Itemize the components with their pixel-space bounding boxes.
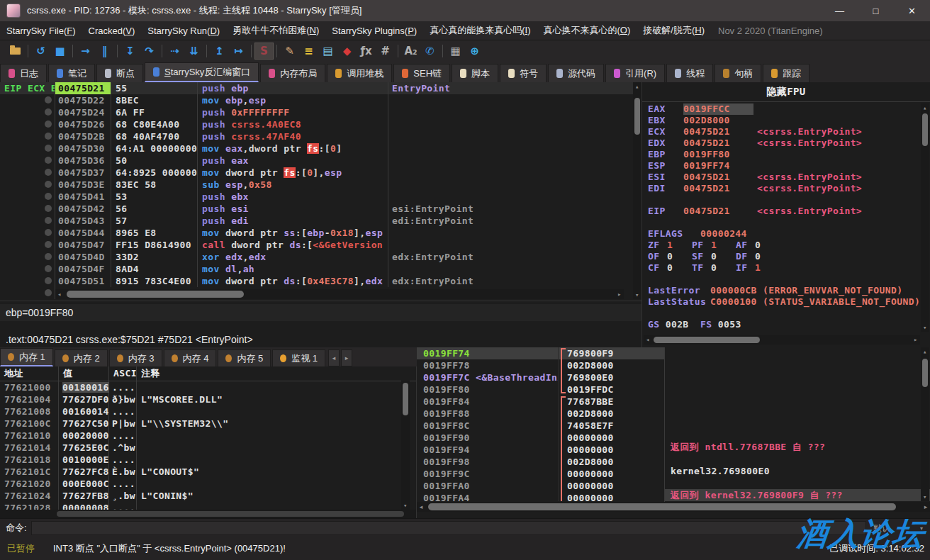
- register-value[interactable]: 00475D21: [683, 138, 757, 149]
- disasm-instruction[interactable]: call dword ptr ds:[<&GetVersion: [198, 239, 388, 251]
- memory-row[interactable]: 7762100C77627C50P|bwL"\\SYSTEM32\\": [0, 418, 416, 430]
- flag-value[interactable]: 0: [755, 251, 780, 262]
- preferences-globe-icon[interactable]: ⊕: [465, 43, 484, 60]
- scroll-left-icon[interactable]: ◂: [417, 503, 425, 511]
- register-value[interactable]: 0019FF80: [683, 149, 757, 160]
- memory-value[interactable]: 00180016: [59, 381, 109, 393]
- tab-跟踪[interactable]: 跟踪: [763, 64, 809, 82]
- tab-StarrySky反汇编窗口[interactable]: StarrySky反汇编窗口: [145, 62, 259, 82]
- menu-item-H[interactable]: 接破解/脱壳(H): [637, 24, 711, 37]
- disasm-instruction[interactable]: sub esp,0x58: [198, 179, 388, 191]
- memory-hscrollbar[interactable]: [0, 510, 416, 518]
- memory-row[interactable]: 776210180010000E....: [0, 454, 416, 466]
- registers-vscrollbar[interactable]: ▴ ▾: [921, 103, 929, 332]
- breakpoint-dot[interactable]: [45, 96, 52, 103]
- flag-value[interactable]: 1: [667, 240, 692, 251]
- disasm-row[interactable]: 00475D2668 C80E4A00push csrss.4A0EC8: [0, 118, 642, 130]
- tab-内存3[interactable]: 内存 3: [109, 349, 162, 366]
- scroll-up-icon[interactable]: ▴: [921, 103, 929, 112]
- disasm-instruction[interactable]: mov dword ptr fs:[0],esp: [198, 167, 388, 179]
- disasm-vscrollbar[interactable]: ▴ ▾: [633, 82, 642, 299]
- disasm-row[interactable]: 00475D3E83EC 58sub esp,0x58: [0, 179, 642, 191]
- register-line[interactable]: ESP0019FF74: [642, 160, 920, 172]
- memory-column-header[interactable]: 注释: [137, 366, 416, 381]
- disasm-instruction[interactable]: mov dl,ah: [198, 263, 388, 275]
- scroll-right-icon[interactable]: ▸: [615, 290, 624, 298]
- stack-row[interactable]: 0019FF74769800F9: [417, 347, 664, 359]
- register-value[interactable]: 002D8000: [683, 115, 757, 126]
- tab-线程[interactable]: 线程: [666, 64, 713, 82]
- breakpoint-dot[interactable]: [45, 217, 52, 224]
- stack-value[interactable]: 769800F9: [567, 347, 664, 359]
- disasm-row[interactable]: 00475D4256push esiesi:EntryPoint: [0, 203, 642, 215]
- memory-column-header[interactable]: ASCI: [109, 366, 137, 381]
- stack-value[interactable]: 00000000: [567, 468, 664, 480]
- disasm-hscrollbar[interactable]: ◂ ▸: [55, 289, 624, 299]
- minimize-button[interactable]: —: [822, 0, 858, 21]
- flag-value[interactable]: 1: [755, 262, 780, 274]
- disasm-instruction[interactable]: mov eax,dword ptr fs:[0]: [198, 142, 388, 155]
- scroll-right-icon[interactable]: ▸: [921, 503, 930, 511]
- stack-value[interactable]: 002D8000: [567, 456, 664, 468]
- flag-value[interactable]: 0: [755, 240, 780, 251]
- memory-row[interactable]: 7762102800000008....: [0, 502, 416, 510]
- registers-hscrollbar[interactable]: ◂ ▸: [644, 335, 920, 345]
- register-line[interactable]: EBP0019FF80: [642, 149, 920, 160]
- disasm-instruction[interactable]: xor edx,edx: [198, 251, 388, 263]
- step-into-icon[interactable]: ↧: [121, 43, 140, 60]
- disasm-row[interactable]: EIP ECX ED00475D2155push ebpEntryPoint: [0, 82, 642, 94]
- stack-row[interactable]: 0019FF9400000000: [417, 444, 664, 456]
- tab-SEH链[interactable]: SEH链: [393, 64, 450, 82]
- disasm-address[interactable]: 00475D37: [55, 167, 111, 179]
- scroll-left-icon[interactable]: ◂: [644, 335, 652, 344]
- disasm-row[interactable]: 00475D518915 783C4E00mov dword ptr ds:[0…: [0, 275, 642, 287]
- stack-row[interactable]: 0019FF78002D8000: [417, 359, 664, 371]
- flag-value[interactable]: 0: [667, 262, 692, 274]
- disasm-row[interactable]: 00475D3650push eax: [0, 155, 642, 167]
- run-to-cursor-icon[interactable]: ⇢: [165, 43, 184, 60]
- memory-row[interactable]: 7762102477627FB8¸.bwL"CONIN$": [0, 490, 416, 502]
- stack-value[interactable]: 0019FFDC: [567, 383, 664, 396]
- stack-value[interactable]: 77687BBE: [567, 396, 664, 408]
- disasm-instruction[interactable]: push csrss.4A0EC8: [198, 118, 388, 130]
- memory-value[interactable]: 00000008: [59, 502, 109, 510]
- register-value[interactable]: 00475D21: [683, 126, 757, 138]
- disasm-row[interactable]: 00475D448965 E8mov dword ptr ss:[ebp-0x1…: [0, 227, 642, 239]
- register-value[interactable]: 00475D21: [683, 172, 757, 183]
- tabs-scroll-left-icon[interactable]: ◂: [328, 349, 340, 366]
- flag-value[interactable]: 0: [711, 262, 736, 274]
- tab-内存2[interactable]: 内存 2: [55, 349, 108, 366]
- breakpoint-dot[interactable]: [45, 229, 52, 236]
- memory-value[interactable]: 77627C50: [59, 418, 109, 430]
- breakpoint-dot[interactable]: [45, 265, 52, 272]
- disasm-instruction[interactable]: push ebx: [198, 191, 388, 203]
- breakpoint-dot[interactable]: [45, 205, 52, 212]
- stack-value[interactable]: 00000000: [567, 480, 664, 492]
- run-icon[interactable]: →: [76, 43, 95, 60]
- tab-断点[interactable]: 断点: [96, 64, 143, 82]
- memory-row[interactable]: 77621020000E000C....: [0, 478, 416, 490]
- memory-row[interactable]: 7762100800160014....: [0, 405, 416, 418]
- breakpoint-dot[interactable]: [45, 181, 52, 188]
- segment-value[interactable]: 0053: [718, 319, 741, 330]
- memory-vscrollbar[interactable]: ▾: [401, 381, 410, 510]
- stack-row[interactable]: 0019FFA400000000: [417, 492, 664, 501]
- memory-row[interactable]: 7762101477625E0C.^bw: [0, 442, 416, 454]
- stack-row[interactable]: 0019FF7C <&BaseThreadIni769800E0: [417, 371, 664, 383]
- command-input[interactable]: [31, 521, 866, 535]
- memory-value[interactable]: 0010000E: [59, 454, 109, 466]
- breakpoint-dot[interactable]: [45, 145, 52, 152]
- stack-value[interactable]: 00000000: [567, 492, 664, 501]
- register-line[interactable]: LastError000000CB (ERROR_ENVVAR_NOT_FOUN…: [642, 285, 920, 296]
- disasm-address[interactable]: 00475D3E: [55, 179, 111, 191]
- menu-item-P[interactable]: StarrySky Plugins(P): [325, 26, 423, 36]
- disasm-address[interactable]: 00475D21: [55, 82, 111, 94]
- comment-icon[interactable]: ≡: [299, 43, 318, 60]
- tab-内存1[interactable]: 内存 1: [0, 348, 53, 366]
- disasm-row[interactable]: 00475D4153push ebx: [0, 191, 642, 203]
- breakpoint-dot[interactable]: [45, 157, 52, 164]
- scylla-icon[interactable]: S: [254, 43, 274, 60]
- memory-value[interactable]: 00020000: [59, 430, 109, 442]
- breakpoint-dot[interactable]: [45, 121, 52, 128]
- disasm-address[interactable]: 00475D47: [55, 239, 111, 251]
